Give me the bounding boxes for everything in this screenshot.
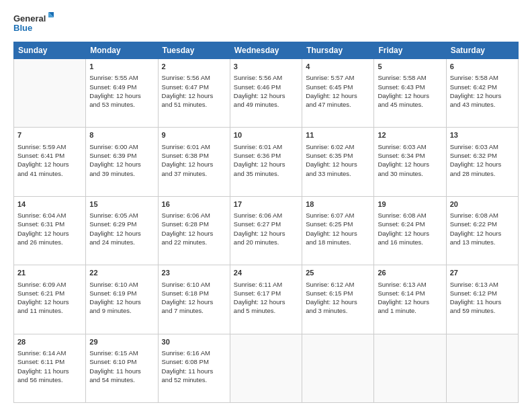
calendar-cell: 25Sunrise: 6:12 AMSunset: 6:15 PMDayligh… bbox=[302, 265, 374, 334]
day-info: Daylight: 12 hours bbox=[378, 160, 442, 169]
day-info: Sunset: 6:47 PM bbox=[162, 83, 226, 91]
calendar-cell: 12Sunrise: 6:03 AMSunset: 6:34 PMDayligh… bbox=[374, 128, 446, 196]
calendar-cell: 22Sunrise: 6:10 AMSunset: 6:19 PMDayligh… bbox=[86, 265, 158, 334]
day-number: 27 bbox=[450, 268, 515, 278]
day-info: Sunset: 6:38 PM bbox=[162, 151, 226, 160]
calendar-cell: 8Sunrise: 6:00 AMSunset: 6:39 PMDaylight… bbox=[86, 128, 158, 196]
day-info: Daylight: 12 hours bbox=[162, 91, 226, 100]
day-info: Sunset: 6:45 PM bbox=[306, 83, 370, 91]
calendar-cell: 14Sunrise: 6:04 AMSunset: 6:31 PMDayligh… bbox=[14, 196, 86, 265]
day-info: and 3 minutes. bbox=[306, 306, 370, 315]
logo-svg: General Blue bbox=[13, 11, 54, 36]
weekday-header-row: SundayMondayTuesdayWednesdayThursdayFrid… bbox=[14, 42, 519, 59]
day-info: Daylight: 11 hours bbox=[17, 367, 82, 375]
day-info: and 49 minutes. bbox=[234, 100, 298, 109]
day-info: Sunrise: 6:05 AM bbox=[89, 211, 154, 220]
day-info: Daylight: 12 hours bbox=[17, 229, 82, 238]
day-info: Sunset: 6:29 PM bbox=[89, 220, 154, 228]
day-info: Daylight: 12 hours bbox=[162, 229, 226, 238]
day-info: Sunset: 6:11 PM bbox=[17, 357, 82, 366]
day-info: and 33 minutes. bbox=[306, 169, 370, 178]
weekday-wednesday: Wednesday bbox=[230, 42, 302, 59]
day-info: Sunset: 6:36 PM bbox=[234, 151, 298, 160]
day-info: Sunrise: 6:08 AM bbox=[450, 211, 515, 220]
day-info: Daylight: 11 hours bbox=[162, 367, 226, 375]
day-info: Daylight: 12 hours bbox=[450, 229, 515, 238]
day-info: Sunrise: 5:56 AM bbox=[162, 73, 226, 82]
svg-text:Blue: Blue bbox=[13, 23, 32, 33]
day-info: and 53 minutes. bbox=[89, 100, 154, 109]
calendar-cell: 17Sunrise: 6:06 AMSunset: 6:27 PMDayligh… bbox=[230, 196, 302, 265]
calendar-cell: 23Sunrise: 6:10 AMSunset: 6:18 PMDayligh… bbox=[158, 265, 230, 334]
day-info: Sunrise: 6:06 AM bbox=[162, 211, 226, 220]
day-info: and 16 minutes. bbox=[378, 238, 442, 246]
day-number: 11 bbox=[306, 130, 370, 140]
day-number: 12 bbox=[378, 130, 442, 140]
day-info: and 7 minutes. bbox=[162, 306, 226, 315]
day-info: Sunrise: 6:02 AM bbox=[306, 142, 370, 151]
day-number: 19 bbox=[378, 199, 442, 210]
day-info: and 26 minutes. bbox=[17, 238, 82, 246]
day-info: Daylight: 12 hours bbox=[306, 298, 370, 306]
day-info: Sunset: 6:46 PM bbox=[234, 83, 298, 91]
calendar-cell: 20Sunrise: 6:08 AMSunset: 6:22 PMDayligh… bbox=[446, 196, 518, 265]
logo: General Blue bbox=[13, 11, 54, 36]
calendar-cell: 1Sunrise: 5:55 AMSunset: 6:49 PMDaylight… bbox=[86, 59, 158, 128]
day-info: Sunset: 6:12 PM bbox=[450, 289, 515, 298]
week-row-1: 1Sunrise: 5:55 AMSunset: 6:49 PMDaylight… bbox=[14, 59, 519, 128]
day-number: 18 bbox=[306, 199, 370, 210]
day-number: 1 bbox=[89, 62, 154, 72]
day-info: Sunset: 6:39 PM bbox=[89, 151, 154, 160]
day-info: Daylight: 12 hours bbox=[89, 229, 154, 238]
day-number: 30 bbox=[162, 337, 226, 347]
day-info: and 24 minutes. bbox=[89, 238, 154, 246]
calendar-cell: 13Sunrise: 6:03 AMSunset: 6:32 PMDayligh… bbox=[446, 128, 518, 196]
day-info: and 22 minutes. bbox=[162, 238, 226, 246]
day-info: and 1 minute. bbox=[378, 306, 442, 315]
day-info: Sunrise: 6:13 AM bbox=[378, 280, 442, 289]
calendar-cell: 21Sunrise: 6:09 AMSunset: 6:21 PMDayligh… bbox=[14, 265, 86, 334]
calendar-cell: 5Sunrise: 5:58 AMSunset: 6:43 PMDaylight… bbox=[374, 59, 446, 128]
day-info: Daylight: 12 hours bbox=[450, 160, 515, 169]
day-info: Daylight: 12 hours bbox=[89, 298, 154, 306]
day-info: and 18 minutes. bbox=[306, 238, 370, 246]
week-row-4: 21Sunrise: 6:09 AMSunset: 6:21 PMDayligh… bbox=[14, 265, 519, 334]
calendar-cell: 16Sunrise: 6:06 AMSunset: 6:28 PMDayligh… bbox=[158, 196, 230, 265]
day-info: Sunset: 6:10 PM bbox=[89, 357, 154, 366]
day-info: Sunrise: 6:01 AM bbox=[162, 142, 226, 151]
weekday-saturday: Saturday bbox=[446, 42, 518, 59]
day-info: Sunset: 6:28 PM bbox=[162, 220, 226, 228]
day-info: Daylight: 11 hours bbox=[89, 367, 154, 375]
day-info: Sunset: 6:35 PM bbox=[306, 151, 370, 160]
day-number: 25 bbox=[306, 268, 370, 278]
day-info: Daylight: 12 hours bbox=[234, 298, 298, 306]
day-info: Daylight: 12 hours bbox=[234, 160, 298, 169]
day-info: Sunrise: 5:58 AM bbox=[378, 73, 442, 82]
day-number: 13 bbox=[450, 130, 515, 140]
day-info: Sunset: 6:43 PM bbox=[378, 83, 442, 91]
day-info: Sunset: 6:24 PM bbox=[378, 220, 442, 228]
day-number: 10 bbox=[234, 130, 298, 140]
weekday-thursday: Thursday bbox=[302, 42, 374, 59]
calendar-cell bbox=[374, 334, 446, 402]
day-info: Daylight: 12 hours bbox=[306, 160, 370, 169]
day-info: Daylight: 12 hours bbox=[378, 298, 442, 306]
day-info: Sunset: 6:34 PM bbox=[378, 151, 442, 160]
day-info: Sunset: 6:49 PM bbox=[89, 83, 154, 91]
calendar-cell: 6Sunrise: 5:58 AMSunset: 6:42 PMDaylight… bbox=[446, 59, 518, 128]
day-info: Sunrise: 5:57 AM bbox=[306, 73, 370, 82]
calendar-cell bbox=[446, 334, 518, 402]
day-number: 20 bbox=[450, 199, 515, 210]
day-info: Sunset: 6:14 PM bbox=[378, 289, 442, 298]
day-info: Daylight: 11 hours bbox=[450, 298, 515, 306]
day-info: Daylight: 12 hours bbox=[17, 160, 82, 169]
day-info: Sunrise: 6:16 AM bbox=[162, 349, 226, 357]
day-info: Sunrise: 6:06 AM bbox=[234, 211, 298, 220]
day-info: Sunset: 6:17 PM bbox=[234, 289, 298, 298]
weekday-sunday: Sunday bbox=[14, 42, 86, 59]
day-info: and 52 minutes. bbox=[162, 375, 226, 384]
day-info: Sunrise: 6:03 AM bbox=[378, 142, 442, 151]
day-info: and 13 minutes. bbox=[450, 238, 515, 246]
calendar-body: 1Sunrise: 5:55 AMSunset: 6:49 PMDaylight… bbox=[14, 59, 519, 403]
day-info: Daylight: 12 hours bbox=[306, 229, 370, 238]
